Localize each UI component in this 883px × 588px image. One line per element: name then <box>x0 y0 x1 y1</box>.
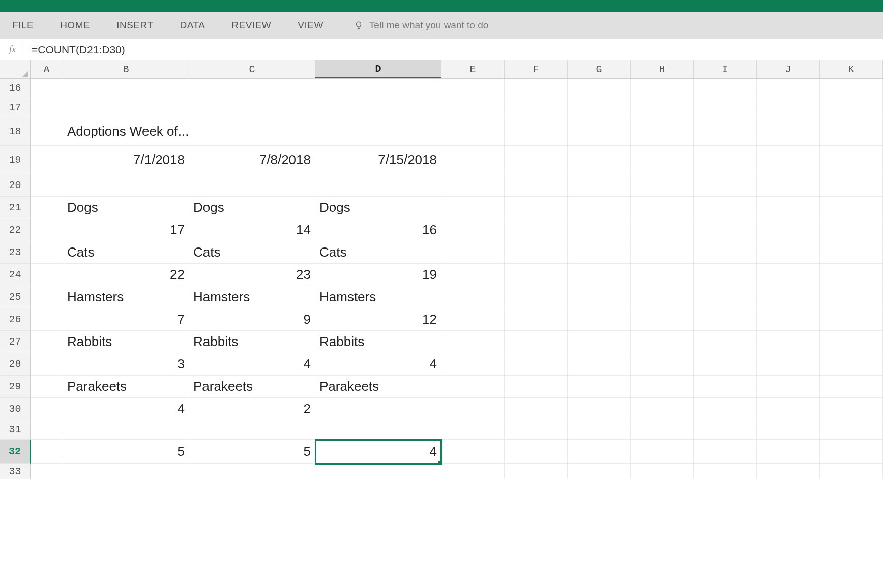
row-header-27[interactable]: 27 <box>0 331 31 353</box>
cell-K26[interactable] <box>820 308 883 331</box>
cell-D23[interactable]: Cats <box>315 241 442 264</box>
select-all-corner[interactable] <box>0 60 31 78</box>
cell-C16[interactable] <box>189 79 315 98</box>
cell-H26[interactable] <box>631 308 694 331</box>
cell-J18[interactable] <box>757 117 820 146</box>
cell-D25[interactable]: Hamsters <box>315 286 442 308</box>
cell-J28[interactable] <box>757 353 820 376</box>
cell-B33[interactable] <box>63 464 189 479</box>
cell-K25[interactable] <box>820 286 883 308</box>
cell-H25[interactable] <box>631 286 694 308</box>
row-header-16[interactable]: 16 <box>0 79 31 98</box>
cell-G16[interactable] <box>568 79 631 98</box>
cell-J17[interactable] <box>757 98 820 117</box>
cell-K32[interactable] <box>820 440 883 464</box>
cell-I33[interactable] <box>694 464 757 479</box>
cell-I23[interactable] <box>694 241 757 264</box>
cell-C31[interactable] <box>189 420 315 440</box>
cell-A21[interactable] <box>31 197 63 219</box>
cell-A19[interactable] <box>31 146 63 174</box>
cell-I28[interactable] <box>694 353 757 376</box>
column-header-K[interactable]: K <box>820 60 883 78</box>
cell-C23[interactable]: Cats <box>189 241 315 264</box>
row-header-31[interactable]: 31 <box>0 420 31 440</box>
cell-G22[interactable] <box>568 219 631 241</box>
cell-C22[interactable]: 14 <box>189 219 315 241</box>
cell-E33[interactable] <box>442 464 505 479</box>
cell-C17[interactable] <box>189 98 315 117</box>
cell-J25[interactable] <box>757 286 820 308</box>
cell-C32[interactable]: 5 <box>189 440 315 464</box>
cell-K30[interactable] <box>820 398 883 420</box>
cell-E30[interactable] <box>442 398 505 420</box>
cell-G17[interactable] <box>568 98 631 117</box>
cell-K20[interactable] <box>820 174 883 197</box>
row-header-25[interactable]: 25 <box>0 286 31 308</box>
cell-E17[interactable] <box>442 98 505 117</box>
cell-H22[interactable] <box>631 219 694 241</box>
cell-G32[interactable] <box>568 440 631 464</box>
cell-K19[interactable] <box>820 146 883 174</box>
cell-F19[interactable] <box>505 146 568 174</box>
cell-C30[interactable]: 2 <box>189 398 315 420</box>
cell-B30[interactable]: 4 <box>63 398 189 420</box>
cell-F27[interactable] <box>505 331 568 353</box>
row-header-26[interactable]: 26 <box>0 308 31 331</box>
cell-A23[interactable] <box>31 241 63 264</box>
cell-J29[interactable] <box>757 376 820 398</box>
cell-C25[interactable]: Hamsters <box>189 286 315 308</box>
column-header-B[interactable]: B <box>63 60 189 78</box>
cell-I26[interactable] <box>694 308 757 331</box>
cell-J20[interactable] <box>757 174 820 197</box>
cell-J24[interactable] <box>757 264 820 286</box>
cell-A31[interactable] <box>31 420 63 440</box>
cell-I32[interactable] <box>694 440 757 464</box>
cell-B26[interactable]: 7 <box>63 308 189 331</box>
cell-E29[interactable] <box>442 376 505 398</box>
row-header-17[interactable]: 17 <box>0 98 31 117</box>
cell-J22[interactable] <box>757 219 820 241</box>
cell-A28[interactable] <box>31 353 63 376</box>
cell-A29[interactable] <box>31 376 63 398</box>
cell-F23[interactable] <box>505 241 568 264</box>
cell-K16[interactable] <box>820 79 883 98</box>
column-header-H[interactable]: H <box>631 60 694 78</box>
cell-H27[interactable] <box>631 331 694 353</box>
cell-F33[interactable] <box>505 464 568 479</box>
cell-K27[interactable] <box>820 331 883 353</box>
cell-G33[interactable] <box>568 464 631 479</box>
cell-I27[interactable] <box>694 331 757 353</box>
cell-F32[interactable] <box>505 440 568 464</box>
cell-C33[interactable] <box>189 464 315 479</box>
cell-H21[interactable] <box>631 197 694 219</box>
cell-D32[interactable]: 4 <box>315 440 442 464</box>
cell-D26[interactable]: 12 <box>315 308 442 331</box>
tab-file[interactable]: FILE <box>12 20 34 31</box>
cell-K18[interactable] <box>820 117 883 146</box>
cell-D31[interactable] <box>315 420 442 440</box>
cell-H23[interactable] <box>631 241 694 264</box>
column-header-C[interactable]: C <box>189 60 315 78</box>
cell-H29[interactable] <box>631 376 694 398</box>
cell-H24[interactable] <box>631 264 694 286</box>
cell-E26[interactable] <box>442 308 505 331</box>
tab-home[interactable]: HOME <box>60 20 90 31</box>
cell-D33[interactable] <box>315 464 442 479</box>
cell-F28[interactable] <box>505 353 568 376</box>
cell-G26[interactable] <box>568 308 631 331</box>
cell-J19[interactable] <box>757 146 820 174</box>
cell-I22[interactable] <box>694 219 757 241</box>
cell-G27[interactable] <box>568 331 631 353</box>
cell-A24[interactable] <box>31 264 63 286</box>
cell-G19[interactable] <box>568 146 631 174</box>
cell-I21[interactable] <box>694 197 757 219</box>
cell-H19[interactable] <box>631 146 694 174</box>
cell-C28[interactable]: 4 <box>189 353 315 376</box>
cell-I24[interactable] <box>694 264 757 286</box>
cell-J16[interactable] <box>757 79 820 98</box>
row-header-18[interactable]: 18 <box>0 117 31 146</box>
cell-D17[interactable] <box>315 98 442 117</box>
cell-C21[interactable]: Dogs <box>189 197 315 219</box>
cell-F18[interactable] <box>505 117 568 146</box>
cell-F21[interactable] <box>505 197 568 219</box>
